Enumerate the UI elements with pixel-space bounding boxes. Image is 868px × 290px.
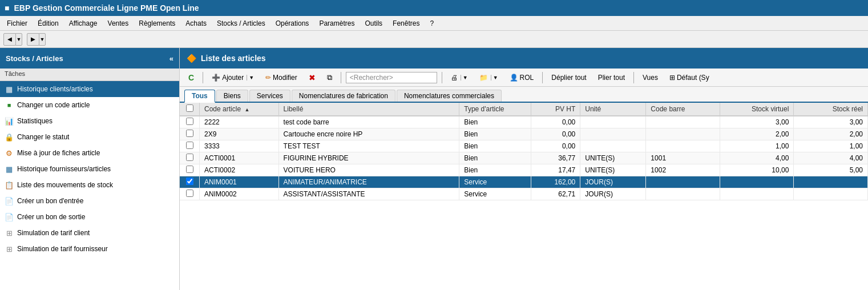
table-body: 2222 test code barre Bien 0,00 3,00 3,00… bbox=[180, 116, 868, 200]
row-codebarre bbox=[646, 140, 720, 152]
menu-bar: Fichier Édition Affichage Ventes Règleme… bbox=[0, 16, 868, 31]
back-arrow-button[interactable]: ▼ bbox=[15, 33, 22, 46]
row-checkbox[interactable] bbox=[186, 190, 193, 197]
tab-tous[interactable]: Tous bbox=[184, 90, 215, 103]
row-codebarre: 1001 bbox=[646, 152, 720, 164]
vues-button[interactable]: Vues bbox=[639, 72, 662, 83]
row-codebarre bbox=[646, 188, 720, 200]
rol-button[interactable]: 👤 ROL bbox=[506, 72, 538, 83]
sidebar-item-liste-mouvements[interactable]: 📋 Liste des mouvements de stock bbox=[0, 177, 179, 193]
row-checkbox-cell[interactable] bbox=[180, 188, 200, 200]
sidebar-item-bon-entree[interactable]: 📄 Créer un bon d'entrée bbox=[0, 193, 179, 209]
toolbar-separator-4 bbox=[542, 72, 543, 83]
sidebar-item-bon-sortie[interactable]: 📄 Créer un bon de sortie bbox=[0, 209, 179, 225]
row-pvht: 62,71 bbox=[531, 188, 580, 200]
row-unite bbox=[580, 140, 646, 152]
menu-fichier[interactable]: Fichier bbox=[2, 18, 32, 29]
row-code: ANIM0002 bbox=[200, 188, 279, 200]
content-header-icon: 🔶 bbox=[187, 54, 196, 63]
deplier-tout-button[interactable]: Déplier tout bbox=[547, 72, 590, 83]
row-unite bbox=[580, 116, 646, 128]
table-row[interactable]: 2222 test code barre Bien 0,00 3,00 3,00 bbox=[180, 116, 868, 128]
row-checkbox[interactable] bbox=[186, 178, 193, 185]
sidebar-item-simulation-fournisseur[interactable]: ⊞ Simulation de tarif fournisseur bbox=[0, 241, 179, 257]
search-input[interactable] bbox=[346, 72, 437, 83]
row-stockreel: 2,00 bbox=[794, 128, 868, 140]
menu-achats[interactable]: Achats bbox=[181, 18, 211, 29]
col-header-pvht: PV HT bbox=[531, 103, 580, 116]
menu-operations[interactable]: Opérations bbox=[271, 18, 314, 29]
forward-arrow-button[interactable]: ▼ bbox=[39, 33, 46, 46]
folder-arrow-icon[interactable]: ▼ bbox=[491, 75, 498, 80]
sidebar-header: Stocks / Articles « bbox=[0, 48, 179, 69]
tab-biens[interactable]: Biens bbox=[216, 90, 248, 102]
row-checkbox-cell[interactable] bbox=[180, 176, 200, 188]
plier-tout-button[interactable]: Plier tout bbox=[594, 72, 629, 83]
row-checkbox-cell[interactable] bbox=[180, 128, 200, 140]
row-checkbox[interactable] bbox=[186, 142, 193, 149]
sidebar-item-label: Historique fournisseurs/articles bbox=[17, 165, 111, 173]
menu-edition[interactable]: Édition bbox=[33, 18, 63, 29]
sidebar-item-historique-fournisseurs[interactable]: ▦ Historique fournisseurs/articles bbox=[0, 161, 179, 177]
row-type: Bien bbox=[459, 152, 531, 164]
col-header-libelle: Libellé bbox=[278, 103, 459, 116]
sidebar-item-label: Simulation de tarif client bbox=[17, 229, 90, 237]
menu-outils[interactable]: Outils bbox=[360, 18, 387, 29]
add-button[interactable]: ➕ Ajouter ▼ bbox=[208, 72, 258, 83]
sidebar-item-changer-code[interactable]: ■ Changer un code article bbox=[0, 97, 179, 113]
tab-nomenclatures-fab[interactable]: Nomenclatures de fabrication bbox=[292, 90, 395, 102]
sidebar-item-historique-clients[interactable]: ▦ Historique clients/articles bbox=[0, 81, 179, 97]
row-checkbox-cell[interactable] bbox=[180, 152, 200, 164]
content-header: 🔶 Liste des articles bbox=[180, 48, 868, 69]
row-checkbox[interactable] bbox=[186, 130, 193, 137]
sidebar-item-mise-a-jour[interactable]: ⚙ Mise à jour de fiches article bbox=[0, 145, 179, 161]
row-checkbox-cell[interactable] bbox=[180, 116, 200, 128]
row-checkbox-cell[interactable] bbox=[180, 140, 200, 152]
forward-button[interactable]: ► bbox=[27, 33, 39, 46]
refresh-button[interactable]: C bbox=[184, 71, 198, 84]
print-arrow-icon[interactable]: ▼ bbox=[461, 75, 468, 80]
row-checkbox[interactable] bbox=[186, 166, 193, 173]
col-header-unite: Unité bbox=[580, 103, 646, 116]
sidebar-item-changer-statut[interactable]: 🔒 Changer le statut bbox=[0, 129, 179, 145]
sidebar-title: Stocks / Articles bbox=[6, 54, 63, 63]
table-row[interactable]: ACTI0002 VOITURE HERO Bien 17,47 UNITE(S… bbox=[180, 164, 868, 176]
sidebar-item-label: Créer un bon d'entrée bbox=[17, 197, 83, 205]
menu-reglements[interactable]: Règlements bbox=[134, 18, 180, 29]
copy-button[interactable]: ⧉ bbox=[323, 71, 336, 84]
table-row[interactable]: 3333 TEST TEST Bien 0,00 1,00 1,00 bbox=[180, 140, 868, 152]
sidebar-collapse-icon[interactable]: « bbox=[169, 54, 173, 63]
tab-services[interactable]: Services bbox=[249, 90, 290, 102]
table-row[interactable]: ANIM0002 ASSISTANT/ASSISTANTE Service 62… bbox=[180, 188, 868, 200]
row-checkbox[interactable] bbox=[186, 118, 193, 125]
col-header-code[interactable]: Code article ▲ bbox=[200, 103, 279, 116]
modify-button[interactable]: ✏ Modifier bbox=[261, 72, 301, 83]
default-button[interactable]: ⊞ Défaut (Sy bbox=[665, 72, 713, 83]
table-row[interactable]: ANIM0001 ANIMATEUR/ANIMATRICE Service 16… bbox=[180, 176, 868, 188]
row-checkbox[interactable] bbox=[186, 154, 193, 161]
row-type: Service bbox=[459, 176, 531, 188]
table-row[interactable]: ACTI0001 FIGURINE HYBRIDE Bien 36,77 UNI… bbox=[180, 152, 868, 164]
row-checkbox-cell[interactable] bbox=[180, 164, 200, 176]
menu-fenetres[interactable]: Fenêtres bbox=[388, 18, 424, 29]
menu-parametres[interactable]: Paramètres bbox=[314, 18, 359, 29]
table-row[interactable]: 2X9 Cartouche encre noire HP Bien 0,00 2… bbox=[180, 128, 868, 140]
add-arrow-icon[interactable]: ▼ bbox=[247, 75, 254, 80]
print-button[interactable]: 🖨 ▼ bbox=[447, 72, 472, 83]
folder-button[interactable]: 📁 ▼ bbox=[475, 72, 502, 83]
menu-affichage[interactable]: Affichage bbox=[64, 18, 102, 29]
toolbar-separator-2 bbox=[341, 72, 341, 83]
back-button[interactable]: ◄ bbox=[3, 33, 16, 46]
row-stockvirtuel: 3,00 bbox=[720, 116, 794, 128]
menu-ventes[interactable]: Ventes bbox=[103, 18, 134, 29]
tab-nomenclatures-com[interactable]: Nomenclatures commerciales bbox=[397, 90, 502, 102]
delete-button[interactable]: ✖ bbox=[305, 71, 320, 84]
menu-stocks[interactable]: Stocks / Articles bbox=[212, 18, 270, 29]
row-libelle: TEST TEST bbox=[278, 140, 459, 152]
select-all-checkbox[interactable] bbox=[186, 104, 193, 112]
row-stockvirtuel: 2,00 bbox=[720, 128, 794, 140]
sidebar-item-simulation-client[interactable]: ⊞ Simulation de tarif client bbox=[0, 225, 179, 241]
sidebar-item-statistiques[interactable]: 📊 Statistiques bbox=[0, 113, 179, 129]
menu-aide[interactable]: ? bbox=[425, 18, 438, 29]
row-pvht: 162,00 bbox=[531, 176, 580, 188]
